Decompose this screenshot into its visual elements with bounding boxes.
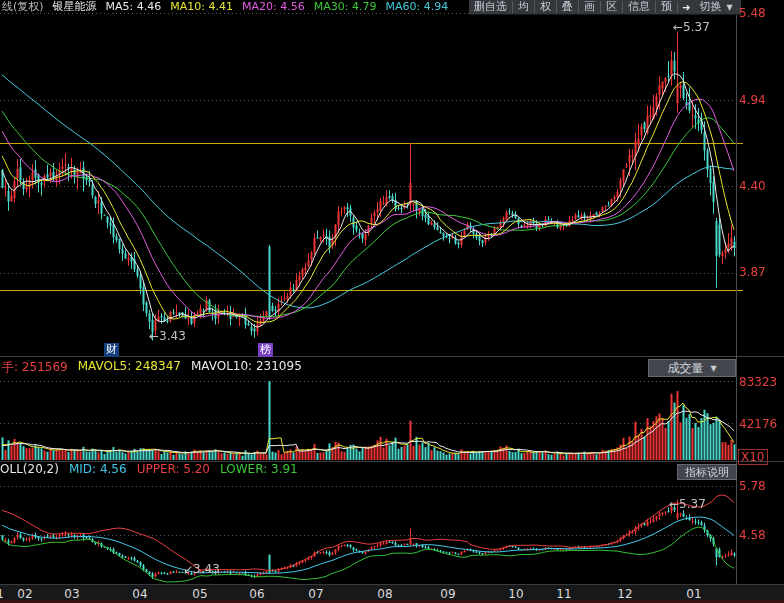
stock-app-window: 线(复权) 银星能源 MA5: 4.46 MA10: 4.41 MA20: 4.… [0,0,784,603]
price-axis-label: 4.40 [739,179,766,193]
x-axis-label-07: 07 [308,587,323,601]
ma10-value: MA10: 4.41 [170,0,233,13]
boll-mid-value: MID: 4.56 [69,462,127,476]
page-switch-icon[interactable]: ➜ [677,2,694,13]
boll-title: OLL(20,2) [0,462,59,476]
toolbar-item-7[interactable]: 预 [655,1,677,13]
x-axis-label-03: 03 [64,587,79,601]
volume-axis-label: 83323 [739,375,777,389]
boll-high-annotation: ←5.37 [669,497,706,511]
ma60-value: MA60: 4.94 [385,0,448,13]
mavol10-value: MAVOL10: 231095 [191,359,302,376]
ma20-value: MA20: 4.56 [242,0,305,13]
boll-axis-label: 5.78 [739,479,766,493]
chart-header: 线(复权) 银星能源 MA5: 4.46 MA10: 4.41 MA20: 4.… [2,0,448,13]
stock-name: 银星能源 [53,0,97,13]
x-axis-label-08: 08 [377,587,392,601]
boll-lower-value: LOWER: 3.91 [220,462,298,476]
low-price-annotation: ←3.43 [149,329,186,343]
price-axis-label: 5.48 [739,6,766,20]
chart-type-label: 线(复权) [2,0,44,13]
volume-header: 手: 251569 MAVOL5: 248347 MAVOL10: 231095 [2,359,302,376]
time-axis[interactable]: 1020304050607080910111201 [0,584,784,601]
boll-low-annotation: ↙3.43 [183,562,220,576]
switch-button[interactable]: 切换 [694,1,726,13]
high-price-annotation: ←5.37 [673,20,710,34]
toolbar-item-4[interactable]: 画 [578,1,600,13]
x-axis-label-02: 02 [17,587,32,601]
x-axis-label-05: 05 [192,587,207,601]
x-axis-label-11: 11 [556,587,571,601]
top-toolbar: 删自选均权叠画区信息预➜切换▼ [469,0,741,15]
switch-caret-icon[interactable]: ▼ [726,3,735,12]
ma5-value: MA5: 4.46 [106,0,162,13]
toolbar-item-3[interactable]: 叠 [556,1,578,13]
x-axis-label-10: 10 [508,587,523,601]
indicator-help-button[interactable]: 指标说明 [677,464,737,480]
x-axis-label-1: 1 [0,587,4,601]
ranking-event-badge[interactable]: 榜 [258,343,273,357]
toolbar-item-0[interactable]: 删自选 [469,1,512,13]
toolbar-item-2[interactable]: 权 [534,1,556,13]
volume-indicator-selector[interactable]: 成交量 ▼ [648,359,736,377]
price-axis-label: 3.87 [739,265,766,279]
toolbar-item-5[interactable]: 区 [600,1,622,13]
finance-event-badge[interactable]: 财 [104,343,119,357]
volume-axis-label: 42176 [739,417,777,431]
toolbar-item-1[interactable]: 均 [512,1,534,13]
volume-hand-value: 手: 251569 [2,359,68,376]
volume-button-label: 成交量 [667,360,703,377]
x-axis-label-06: 06 [249,587,264,601]
x-axis-label-01: 01 [686,587,701,601]
chart-canvas[interactable] [0,0,784,603]
dropdown-caret-icon: ▼ [710,364,716,373]
x-axis-label-09: 09 [440,587,455,601]
boll-upper-value: UPPER: 5.20 [137,462,210,476]
x-axis-label-12: 12 [617,587,632,601]
ma30-value: MA30: 4.79 [314,0,377,13]
boll-header: OLL(20,2) MID: 4.56 UPPER: 5.20 LOWER: 3… [0,462,298,476]
x-axis-label-04: 04 [132,587,147,601]
indicator-help-label: 指标说明 [685,465,729,480]
mavol5-value: MAVOL5: 248347 [78,359,181,376]
boll-axis-label: 4.58 [739,528,766,542]
toolbar-item-6[interactable]: 信息 [622,1,655,13]
price-axis-label: 4.94 [739,93,766,107]
volume-multiplier-label: X10 [738,449,768,465]
